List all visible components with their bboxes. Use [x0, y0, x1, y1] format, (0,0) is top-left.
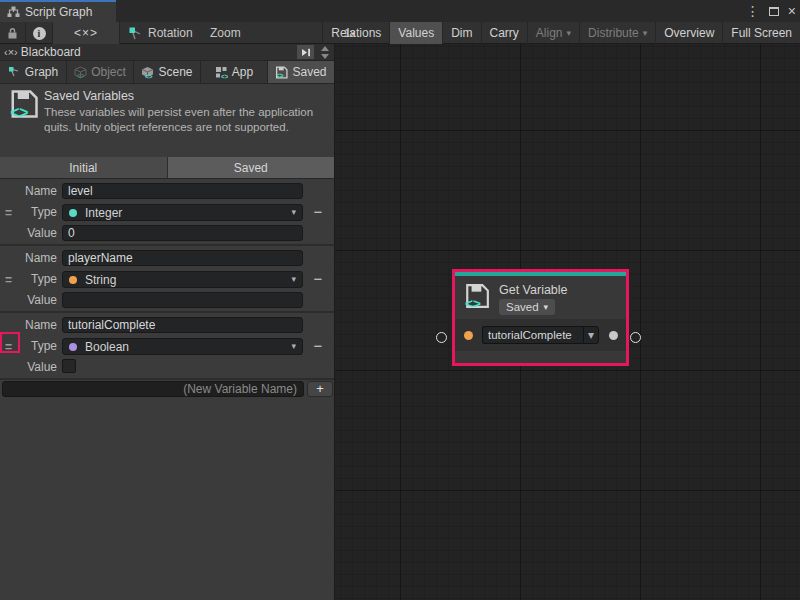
saved-variable-icon: <>	[464, 283, 490, 309]
new-variable-input[interactable]: (New Variable Name)	[2, 381, 304, 397]
remove-variable-button[interactable]: −	[310, 338, 326, 355]
info-icon: i	[33, 27, 46, 40]
get-variable-node[interactable]: <> Get Variable Saved ▾ tutorialComplete…	[455, 272, 626, 363]
code-view-icon: <×>	[74, 26, 98, 40]
node-right-outer-port[interactable]	[630, 332, 641, 343]
new-variable-row: (New Variable Name) +	[0, 380, 334, 400]
window-menu-icon[interactable]: ⋮	[746, 4, 760, 18]
node-kind-dropdown[interactable]: Saved ▾	[499, 299, 555, 315]
type-color-dot	[69, 276, 77, 284]
variable-scope-tabs: Graph <> Object <> Scene <> App <> Saved	[0, 61, 334, 84]
tab-saved-values[interactable]: Saved	[168, 157, 335, 178]
variable-type-dropdown[interactable]: String ▾	[62, 271, 303, 288]
type-color-dot	[69, 209, 77, 217]
toolbar-button-values[interactable]: Values	[390, 22, 443, 44]
value-label: Value	[0, 292, 57, 309]
chevron-down-icon: ▾	[291, 208, 296, 217]
svg-text:<>: <>	[465, 296, 481, 309]
variable-value-input[interactable]	[62, 292, 303, 308]
toolbar-button-relations[interactable]: Relations	[323, 22, 390, 44]
object-variables-icon: <>	[74, 66, 87, 79]
toolbar-button-dim[interactable]: Dim	[443, 22, 481, 44]
variable-row-tutorialcomplete: Name tutorialComplete = Type Boolean ▾ −…	[0, 313, 334, 380]
dock-icon	[301, 48, 311, 57]
blackboard-panel: ‹×› Blackboard Graph <> Object <> Scene …	[0, 44, 335, 600]
info-description: These variables will persist even after …	[44, 105, 336, 135]
drag-handle-highlight-box	[0, 332, 20, 353]
node-footer	[455, 351, 626, 363]
value-label: Value	[0, 225, 57, 242]
tab-initial[interactable]: Initial	[0, 157, 168, 178]
chevron-down-icon[interactable]: ▾	[583, 326, 599, 344]
toolbar-button-distribute[interactable]: Distribute▾	[580, 22, 656, 44]
svg-text:<>: <>	[77, 72, 85, 79]
blackboard-header: ‹×› Blackboard	[0, 44, 334, 61]
node-output-port[interactable]	[609, 331, 618, 340]
toolbar-button-overview[interactable]: Overview	[656, 22, 723, 44]
type-color-dot	[69, 343, 77, 351]
blackboard-title: Blackboard	[21, 45, 81, 59]
variable-name-input[interactable]: tutorialComplete	[62, 317, 303, 333]
variable-value-input[interactable]: 0	[62, 225, 303, 241]
tab-scene[interactable]: <> Scene	[134, 61, 201, 83]
node-left-outer-port[interactable]	[436, 332, 447, 343]
initial-saved-tabs: Initial Saved	[0, 157, 334, 179]
variable-list: Name level = Type Integer ▾ − Value 0	[0, 179, 334, 380]
chevron-down-icon: ▾	[291, 342, 296, 351]
variable-name-input[interactable]: playerName	[62, 250, 303, 266]
variable-row-playername: Name playerName = Type String ▾ − Value	[0, 246, 334, 313]
node-input-port[interactable]	[464, 331, 473, 340]
tab-graph[interactable]: Graph	[0, 61, 67, 83]
window-close-icon[interactable]: ×	[788, 4, 796, 18]
rotation-toggle[interactable]: Rotation	[128, 22, 193, 44]
scroll-up-icon[interactable]	[321, 46, 329, 51]
node-highlight-box: <> Get Variable Saved ▾ tutorialComplete…	[452, 269, 629, 366]
lock-button[interactable]	[0, 22, 26, 44]
scroll-down-icon[interactable]	[321, 54, 329, 59]
code-view-button[interactable]: <×>	[53, 22, 120, 44]
rotation-label: Rotation	[148, 26, 193, 40]
type-label: Type	[0, 271, 57, 288]
saved-variables-info: <> Saved Variables These variables will …	[0, 84, 334, 157]
chevron-down-icon: ▾	[291, 275, 296, 284]
tab-script-graph[interactable]: Script Graph	[0, 0, 116, 22]
tab-app[interactable]: <> App	[201, 61, 268, 83]
graph-toolbar: i <×> Rotation Zoom 1x Relations Values …	[0, 22, 800, 44]
info-title: Saved Variables	[44, 89, 134, 103]
tab-title: Script Graph	[25, 5, 92, 19]
type-label: Type	[0, 204, 57, 221]
variable-name-field[interactable]: tutorialComplete ▾	[482, 326, 599, 344]
dock-panel-button[interactable]	[297, 45, 314, 59]
window-maximize-icon[interactable]	[769, 7, 779, 16]
chevron-down-icon: ▾	[544, 303, 549, 312]
tab-saved[interactable]: <> Saved	[268, 61, 334, 83]
toolbar-button-align[interactable]: Align▾	[528, 22, 580, 44]
name-label: Name	[0, 250, 57, 267]
tab-object[interactable]: <> Object	[67, 61, 134, 83]
remove-variable-button[interactable]: −	[310, 271, 326, 288]
graph-variables-icon	[8, 66, 21, 78]
variable-value-checkbox[interactable]	[62, 359, 76, 373]
node-body: tutorialComplete ▾	[455, 319, 626, 351]
remove-variable-button[interactable]: −	[310, 204, 326, 221]
variable-type-dropdown[interactable]: Integer ▾	[62, 204, 303, 221]
panel-scroll-arrows[interactable]	[319, 45, 331, 60]
node-header: <> Get Variable Saved ▾	[455, 276, 626, 319]
variable-row-level: Name level = Type Integer ▾ − Value 0	[0, 179, 334, 246]
script-graph-icon	[7, 6, 20, 18]
svg-text:<>: <>	[145, 73, 153, 79]
svg-text:<>: <>	[221, 73, 228, 79]
add-variable-button[interactable]: +	[307, 381, 333, 397]
rotation-icon	[128, 26, 143, 41]
app-variables-icon: <>	[215, 66, 228, 79]
toolbar-button-full-screen[interactable]: Full Screen	[723, 22, 800, 44]
toolbar-button-carry[interactable]: Carry	[482, 22, 528, 44]
scene-variables-icon: <>	[141, 66, 154, 79]
info-button[interactable]: i	[26, 22, 53, 44]
svg-text:<>: <>	[277, 72, 285, 79]
variable-type-dropdown[interactable]: Boolean ▾	[62, 338, 303, 355]
svg-text:<>: <>	[10, 104, 28, 120]
saved-variables-icon: <>	[275, 66, 288, 79]
variable-name-input[interactable]: level	[62, 183, 303, 199]
value-label: Value	[0, 359, 57, 376]
